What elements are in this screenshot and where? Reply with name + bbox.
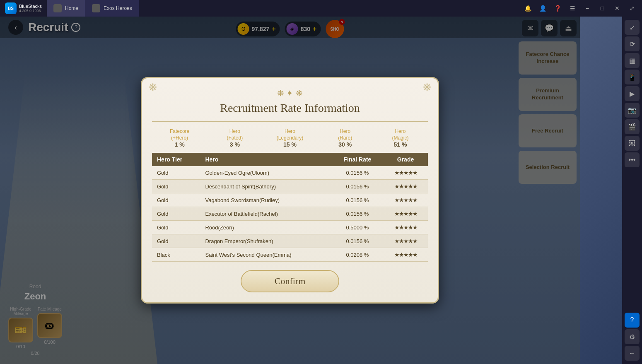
cell-hero: Vagabond Swordsman(Rudley)	[200, 193, 331, 207]
fatecore-rate-label: Fatecore(+Hero)	[152, 128, 207, 141]
rate-col-fated: Hero(Fated) 3 %	[207, 128, 262, 148]
cell-rate: 0.5000 %	[332, 221, 383, 234]
tab-exos-heroes[interactable]: Exos Heroes	[85, 0, 139, 17]
cell-hero: Descendant of Spirit(Bathory)	[200, 180, 331, 193]
table-row: GoldGolden-Eyed Ogre(Uloom)0.0156 %★★★★★	[152, 166, 428, 180]
fatecore-rate-value: 1 %	[152, 141, 207, 148]
col-hero-tier: Hero Tier	[152, 153, 200, 166]
cell-tier: Gold	[152, 180, 200, 193]
confirm-button[interactable]: Confirm	[241, 270, 340, 292]
tab-home[interactable]: Home	[47, 0, 85, 17]
table-row: GoldVagabond Swordsman(Rudley)0.0156 %★★…	[152, 193, 428, 207]
video-tool-button[interactable]: ▶	[625, 86, 640, 101]
expand-button[interactable]: ⤢	[625, 2, 639, 15]
table-row: GoldDragon Emperor(Shufraken)0.0156 %★★★…	[152, 234, 428, 248]
fated-rate-label: Hero(Fated)	[207, 128, 262, 141]
bs-app-name: BlueStacks	[19, 4, 42, 9]
expand-tool-button[interactable]: ⤢	[625, 20, 640, 35]
cell-rate: 0.0156 %	[332, 180, 383, 193]
recruitment-rate-modal: ❋ ✦ ❋ Recruitment Rate Information Fatec…	[141, 77, 439, 304]
tab-game-label: Exos Heroes	[104, 5, 132, 11]
legendary-rate-label: Hero(Legendary)	[262, 128, 317, 141]
cell-grade: ★★★★★	[383, 166, 428, 180]
rare-rate-label: Hero(Rare)	[318, 128, 373, 141]
cell-tier: Gold	[152, 221, 200, 234]
cell-tier: Gold	[152, 234, 200, 248]
bs-logo-icon: BS	[5, 2, 17, 14]
table-row: BlackSaint West's Second Queen(Emma)0.02…	[152, 248, 428, 262]
table-row: GoldDescendant of Spirit(Bathory)0.0156 …	[152, 180, 428, 193]
rotate-tool-button[interactable]: ⟳	[625, 36, 640, 51]
tab-game-icon	[92, 4, 100, 12]
back-tool-button[interactable]: ←	[625, 346, 640, 361]
maximize-button[interactable]: □	[596, 2, 609, 15]
close-button[interactable]: ✕	[611, 2, 624, 15]
cell-hero: Dragon Emperor(Shufraken)	[200, 234, 331, 248]
settings-tool-button[interactable]: ⚙	[625, 329, 640, 344]
tab-home-label: Home	[65, 5, 78, 11]
magic-rate-value: 51 %	[373, 141, 428, 148]
rate-col-magic: Hero(Magic) 51 %	[373, 128, 428, 148]
cell-rate: 0.0208 %	[332, 248, 383, 262]
game-area: ‹ Recruit ? G 97,827 + ◈ 830 + SHO N	[0, 17, 580, 364]
cell-tier: Gold	[152, 207, 200, 221]
bell-button[interactable]: 🔔	[521, 2, 534, 15]
table-header-row: Hero Tier Hero Final Rate Grade	[152, 153, 428, 166]
bs-version: 4.205.0.1006	[19, 9, 42, 13]
titlebar-controls: 🔔 👤 ❓ ☰ − □ ✕ ⤢	[521, 2, 642, 15]
cell-grade: ★★★★★	[383, 207, 428, 221]
modal-title: Recruitment Rate Information	[152, 101, 428, 115]
cell-grade: ★★★★★	[383, 193, 428, 207]
cell-hero: Executor of Battlefield(Rachel)	[200, 207, 331, 221]
more-tool-button[interactable]: •••	[625, 152, 640, 167]
rate-table: Hero Tier Hero Final Rate Grade GoldGold…	[152, 153, 428, 262]
camera-tool-button[interactable]: 📷	[625, 103, 640, 118]
menu-button[interactable]: ☰	[566, 2, 579, 15]
col-grade: Grade	[383, 153, 428, 166]
layout-tool-button[interactable]: ▦	[625, 53, 640, 68]
col-hero: Hero	[200, 153, 331, 166]
cell-grade: ★★★★★	[383, 180, 428, 193]
cell-tier: Gold	[152, 193, 200, 207]
rare-rate-value: 30 %	[318, 141, 373, 148]
cell-rate: 0.0156 %	[332, 207, 383, 221]
bluestacks-logo: BS BlueStacks 4.205.0.1006	[0, 2, 47, 14]
right-tools-panel: ⤢ ⟳ ▦ 📱 ▶ 📷 🎬 🖼 ••• ? ⚙ ←	[622, 17, 642, 364]
cell-tier: Gold	[152, 166, 200, 180]
table-row: GoldRood(Zeon)0.5000 %★★★★★	[152, 221, 428, 234]
cell-tier: Black	[152, 248, 200, 262]
cell-rate: 0.0156 %	[332, 234, 383, 248]
tab-home-icon	[53, 4, 62, 12]
modal-ornament-top: ❋ ✦ ❋	[152, 88, 428, 98]
gallery-tool-button[interactable]: 🖼	[625, 136, 640, 151]
magic-rate-label: Hero(Magic)	[373, 128, 428, 141]
modal-overlay: ❋ ✦ ❋ Recruitment Rate Information Fatec…	[0, 17, 580, 364]
user-button[interactable]: 👤	[536, 2, 549, 15]
cell-grade: ★★★★★	[383, 221, 428, 234]
modal-divider	[152, 121, 428, 122]
confirm-button-wrapper: Confirm	[152, 270, 428, 292]
rate-col-rare: Hero(Rare) 30 %	[318, 128, 373, 148]
question-tool-button[interactable]: ?	[625, 313, 640, 328]
cell-hero: Rood(Zeon)	[200, 221, 331, 234]
cell-hero: Saint West's Second Queen(Emma)	[200, 248, 331, 262]
rate-col-fatecore: Fatecore(+Hero) 1 %	[152, 128, 207, 148]
col-final-rate: Final Rate	[332, 153, 383, 166]
help-button[interactable]: ❓	[551, 2, 564, 15]
cell-rate: 0.0156 %	[332, 193, 383, 207]
cell-hero: Golden-Eyed Ogre(Uloom)	[200, 166, 331, 180]
legendary-rate-value: 15 %	[262, 141, 317, 148]
ornament-icon: ❋ ✦ ❋	[277, 89, 303, 98]
rate-col-legendary: Hero(Legendary) 15 %	[262, 128, 317, 148]
minimize-button[interactable]: −	[581, 2, 594, 15]
video2-tool-button[interactable]: 🎬	[625, 119, 640, 134]
table-row: GoldExecutor of Battlefield(Rachel)0.015…	[152, 207, 428, 221]
rate-headers: Fatecore(+Hero) 1 % Hero(Fated) 3 % Hero…	[152, 128, 428, 148]
titlebar: BS BlueStacks 4.205.0.1006 Home Exos Her…	[0, 0, 642, 17]
cell-grade: ★★★★★	[383, 248, 428, 262]
cell-rate: 0.0156 %	[332, 166, 383, 180]
cell-grade: ★★★★★	[383, 234, 428, 248]
fated-rate-value: 3 %	[207, 141, 262, 148]
phone-tool-button[interactable]: 📱	[625, 70, 640, 84]
